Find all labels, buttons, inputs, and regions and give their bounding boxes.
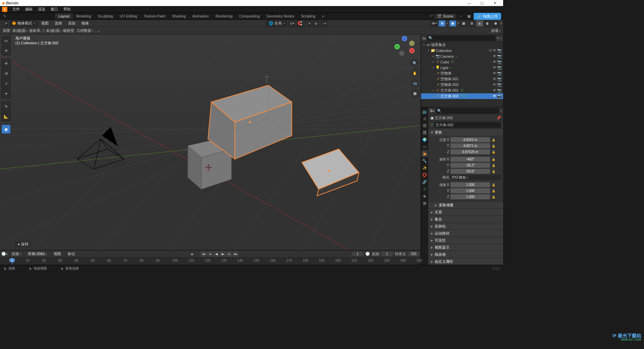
outliner-row[interactable]: ▾📁Collection☑👁📷: [421, 48, 503, 53]
depth-value[interactable]: 表(曲)面: [12, 28, 28, 33]
hdr-select[interactable]: 选择: [52, 21, 64, 26]
play-rev-icon[interactable]: ◀: [213, 251, 219, 257]
loc-y[interactable]: 4.8971 m: [450, 143, 490, 148]
tab-scene-icon[interactable]: 🎬: [421, 129, 428, 136]
panel-lineart[interactable]: ▸线条画: [428, 251, 503, 258]
tab-sculpting[interactable]: Sculpting: [95, 13, 116, 19]
tab-render-icon[interactable]: 📺: [421, 108, 428, 115]
outliner-row[interactable]: ↗空物体.002👁📷: [421, 82, 503, 88]
menu-file[interactable]: 文件: [10, 7, 22, 12]
outliner-row[interactable]: ▸📷Camera▫👁📷: [421, 53, 503, 59]
transform-tool[interactable]: ✦: [1, 89, 11, 98]
measure-tool[interactable]: 📐: [1, 112, 11, 121]
props-search[interactable]: 🔍: [436, 108, 499, 114]
tl-playback[interactable]: 回放: [9, 251, 23, 256]
vp-options[interactable]: 选项: [491, 28, 500, 33]
editor-type-icon[interactable]: ⬚▾: [1, 20, 8, 27]
minimize-button[interactable]: —: [463, 1, 476, 5]
nav-gizmo[interactable]: Y X Z: [394, 36, 415, 56]
current-frame[interactable]: 1: [352, 252, 363, 256]
snap-type[interactable]: ⬚▾: [305, 20, 311, 27]
panel-delta[interactable]: ▸变换增量: [428, 201, 503, 208]
outliner-search[interactable]: 🔍: [427, 35, 496, 41]
cursor-icon[interactable]: ↖: [1, 13, 8, 19]
menu-help[interactable]: 帮助: [61, 7, 73, 12]
loc-z[interactable]: 0.87626 m: [450, 149, 490, 154]
panel-display[interactable]: ▸视图显示: [428, 244, 503, 251]
rot-mode[interactable]: XYZ 欧拉: [450, 175, 501, 180]
tab-modeling[interactable]: Modeling: [73, 13, 95, 19]
upload-button[interactable]: 🔗拖拽上传: [474, 13, 501, 20]
coord-icon[interactable]: ⤴: [43, 29, 45, 33]
outliner-row[interactable]: ↗空物体👁📷: [421, 70, 503, 76]
panel-relations[interactable]: ▸关系: [428, 208, 503, 215]
tab-geonodes[interactable]: Geometry Nodes: [263, 13, 298, 19]
outliner-editor-icon[interactable]: ≡▾: [422, 36, 426, 40]
start-frame[interactable]: 1: [381, 252, 393, 256]
axis-x-icon[interactable]: X: [409, 48, 415, 53]
outliner-row[interactable]: ↗空物体.001👁📷: [421, 76, 503, 82]
pan-icon[interactable]: ✋: [411, 69, 419, 78]
scale-tool[interactable]: ⤢: [1, 79, 11, 88]
autokey-icon[interactable]: ●: [191, 252, 193, 256]
camera-view-icon[interactable]: 📹: [411, 79, 419, 88]
tab-modifier-icon[interactable]: 🔧: [421, 157, 428, 164]
tab-rendering[interactable]: Rendering: [212, 13, 236, 19]
tab-compositing[interactable]: Compositing: [236, 13, 263, 19]
row-scene-collection[interactable]: ▾▭ 场景集合: [421, 42, 503, 48]
panel-transform[interactable]: ▾变换: [428, 129, 503, 136]
prop-falloff[interactable]: ∩▾: [321, 20, 327, 27]
gizmo-toggle[interactable]: ⊕: [439, 20, 445, 27]
wireframe-icon[interactable]: ⊞: [468, 20, 475, 27]
tab-material-icon[interactable]: ◉: [421, 193, 428, 199]
material-shading-icon[interactable]: ◐: [484, 20, 491, 27]
axis-y-icon[interactable]: Y: [394, 44, 400, 49]
timeline-ruler[interactable]: 1 01020304050607080901001101201301401501…: [0, 258, 421, 265]
xray-icon[interactable]: ▦: [460, 20, 467, 27]
tab-viewlayer-icon[interactable]: 🖼: [421, 122, 428, 129]
props-editor-icon[interactable]: ⚙▾: [430, 109, 434, 113]
mode-selector[interactable]: 🔶 物体模式: [9, 20, 38, 27]
overlay-toggle[interactable]: ◉: [449, 20, 456, 27]
viewlayer-icon[interactable]: ▦: [466, 13, 472, 19]
rot-y[interactable]: -35.2°: [450, 163, 490, 168]
filter-icon[interactable]: ▿: [497, 36, 499, 40]
snap-toggle[interactable]: 🧲: [297, 20, 303, 27]
tl-view[interactable]: 视图: [51, 251, 63, 256]
menu-window[interactable]: 窗口: [48, 7, 60, 12]
outliner-row[interactable]: ▸💡Light▫👁📷: [421, 65, 503, 70]
add-cube-tool[interactable]: ▣: [1, 124, 11, 134]
tab-collection-icon[interactable]: ▭: [421, 143, 428, 150]
hdr-add[interactable]: 添加: [66, 21, 78, 26]
tab-shading[interactable]: Shading: [169, 13, 189, 19]
pin-icon[interactable]: 📌: [496, 116, 501, 120]
tab-object-icon[interactable]: ▣: [421, 150, 428, 157]
rot-x[interactable]: -492°: [450, 157, 490, 162]
visibility-icon[interactable]: 👁▾: [431, 20, 437, 27]
panel-instancing[interactable]: ▸实例化: [428, 222, 503, 230]
outliner-tree[interactable]: ▾▭ 场景集合 ▾📁Collection☑👁📷▸📷Camera▫👁📷▸▽Cube…: [421, 42, 503, 107]
tl-keying[interactable]: 抠像(插帧): [25, 251, 49, 256]
zoom-icon[interactable]: 🔍: [411, 59, 419, 67]
jump-end-icon[interactable]: ⏭: [232, 251, 238, 257]
tab-output-icon[interactable]: 🖨: [421, 115, 428, 122]
timeline-editor-icon[interactable]: 🕐▾: [1, 252, 7, 256]
play-icon[interactable]: ▶: [220, 251, 226, 257]
scale-x[interactable]: 1.000: [450, 182, 490, 187]
tab-animation[interactable]: Animation: [189, 13, 212, 19]
next-key-icon[interactable]: ▸: [226, 251, 232, 257]
scale-y[interactable]: 1.000: [450, 188, 490, 193]
tab-texturepaint[interactable]: Texture Paint: [141, 13, 169, 19]
perspective-icon[interactable]: ▦: [411, 89, 419, 98]
loc-x[interactable]: 4.8325 m: [450, 137, 490, 142]
close-button[interactable]: ✕: [488, 1, 501, 5]
new-scene-icon[interactable]: ▫: [458, 13, 464, 19]
object-name-field[interactable]: 立方体.002: [434, 122, 501, 128]
prev-key-icon[interactable]: ◂: [207, 251, 213, 257]
render-shading-icon[interactable]: ◉: [492, 20, 499, 27]
panel-visibility[interactable]: ▸可见性: [428, 237, 503, 244]
tab-particles-icon[interactable]: ✨: [421, 164, 428, 171]
menu-edit[interactable]: 编辑: [23, 7, 35, 12]
hdr-view[interactable]: 视图: [39, 21, 51, 26]
last-operator[interactable]: ▸ 旋转: [15, 241, 31, 247]
